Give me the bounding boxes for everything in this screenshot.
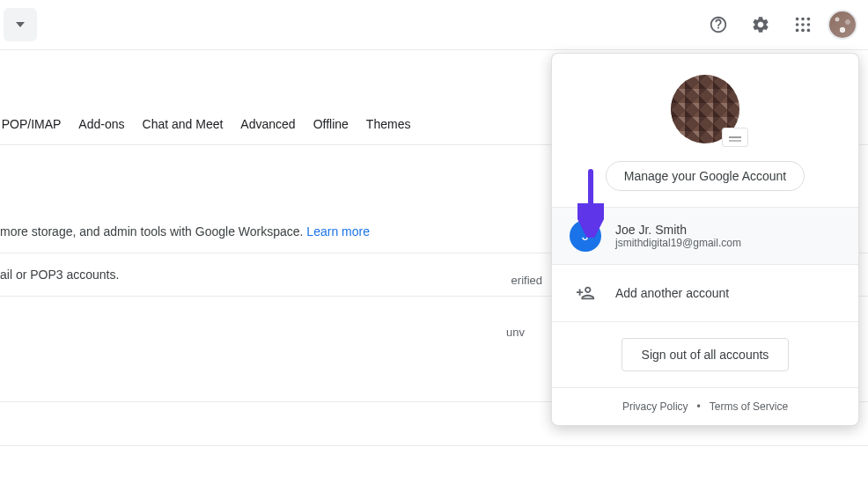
camera-badge-icon[interactable] (722, 128, 748, 147)
secondary-account-text: Joe Jr. Smith jsmithdigital19@gmail.com (615, 223, 741, 249)
help-button[interactable] (701, 7, 736, 42)
topbar-left (11, 8, 37, 41)
tab-chat-meet[interactable]: Chat and Meet (143, 117, 224, 131)
partial-text-unv: unv (506, 326, 525, 339)
svg-point-6 (796, 28, 799, 32)
svg-point-5 (807, 23, 811, 26)
secondary-account-avatar: J (570, 220, 601, 252)
tab-offline[interactable]: Offline (313, 117, 349, 131)
partial-text-verified: erified (511, 274, 542, 287)
accounts-text: ail or POP3 accounts. (0, 268, 119, 282)
signout-wrap: Sign out of all accounts (552, 322, 858, 387)
svg-point-2 (807, 17, 811, 20)
secondary-account-email: jsmithdigital19@gmail.com (615, 237, 741, 249)
svg-point-4 (801, 23, 805, 26)
svg-point-3 (796, 23, 799, 26)
apps-button[interactable] (785, 7, 820, 42)
footer-separator: • (697, 400, 701, 413)
tab-addons[interactable]: Add-ons (78, 117, 124, 131)
add-person-icon (570, 277, 601, 309)
topbar-right (701, 7, 857, 42)
svg-point-8 (807, 28, 811, 32)
dropdown-button[interactable] (4, 8, 37, 41)
popup-avatar-wrap (671, 75, 739, 143)
account-avatar-button[interactable] (828, 10, 857, 40)
terms-of-service-link[interactable]: Terms of Service (710, 400, 788, 413)
tab-themes[interactable]: Themes (366, 117, 411, 131)
workspace-promo-text: more storage, and admin tools with Googl… (0, 224, 306, 238)
settings-button[interactable] (743, 7, 778, 42)
help-icon (709, 15, 728, 34)
topbar-divider (0, 49, 868, 50)
popup-footer: Privacy Policy • Terms of Service (552, 388, 858, 425)
topbar (0, 0, 868, 49)
account-popup: Manage your Google Account J Joe Jr. Smi… (551, 53, 859, 426)
apps-grid-icon (793, 15, 813, 34)
tab-advanced[interactable]: Advanced (240, 117, 295, 131)
sign-out-button[interactable]: Sign out of all accounts (622, 338, 790, 371)
account-row-secondary[interactable]: J Joe Jr. Smith jsmithdigital19@gmail.co… (552, 208, 858, 264)
add-account-row[interactable]: Add another account (552, 265, 858, 321)
learn-more-link[interactable]: Learn more (306, 224, 370, 238)
gear-icon (751, 15, 770, 34)
tab-pop-imap[interactable]: d POP/IMAP (0, 117, 61, 131)
svg-point-0 (796, 17, 799, 20)
manage-account-button[interactable]: Manage your Google Account (606, 161, 805, 191)
add-account-label: Add another account (615, 286, 729, 300)
svg-point-1 (801, 17, 805, 20)
secondary-account-name: Joe Jr. Smith (615, 223, 741, 237)
svg-point-7 (801, 28, 805, 32)
chevron-down-icon (16, 22, 25, 27)
privacy-policy-link[interactable]: Privacy Policy (622, 400, 688, 413)
